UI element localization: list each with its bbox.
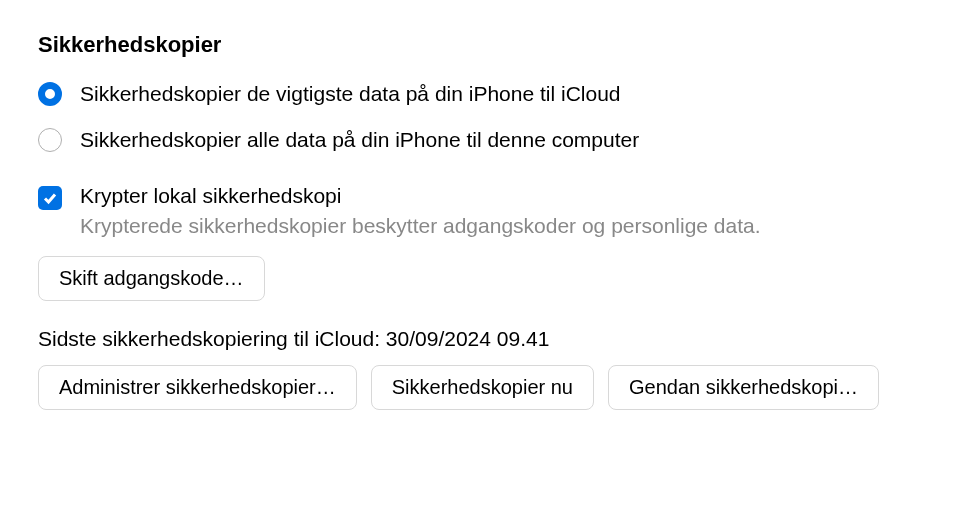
encrypt-content: Krypter lokal sikkerhedskopi Krypterede … [80, 184, 761, 238]
radio-local-backup[interactable]: Sikkerhedskopier alle data på din iPhone… [38, 128, 941, 152]
last-backup-status: Sidste sikkerhedskopiering til iCloud: 3… [38, 327, 941, 351]
encrypt-backup-checkbox[interactable]: Krypter lokal sikkerhedskopi Krypterede … [38, 184, 941, 238]
backup-now-button[interactable]: Sikkerhedskopier nu [371, 365, 594, 410]
radio-icon-selected [38, 82, 62, 106]
radio-icloud-backup[interactable]: Sikkerhedskopier de vigtigste data på di… [38, 82, 941, 106]
backup-destination-radio-group: Sikkerhedskopier de vigtigste data på di… [38, 82, 941, 152]
backup-actions-row: Administrer sikkerhedskopier… Sikkerheds… [38, 365, 941, 410]
backups-section: Sikkerhedskopier Sikkerhedskopier de vig… [38, 32, 941, 410]
change-password-button[interactable]: Skift adgangskode… [38, 256, 265, 301]
password-button-row: Skift adgangskode… [38, 256, 941, 301]
radio-icloud-label: Sikkerhedskopier de vigtigste data på di… [80, 82, 621, 106]
restore-backup-button[interactable]: Gendan sikkerhedskopi… [608, 365, 879, 410]
manage-backups-button[interactable]: Administrer sikkerhedskopier… [38, 365, 357, 410]
radio-local-label: Sikkerhedskopier alle data på din iPhone… [80, 128, 639, 152]
encrypt-description: Krypterede sikkerhedskopier beskytter ad… [80, 214, 761, 238]
encrypt-label: Krypter lokal sikkerhedskopi [80, 184, 761, 208]
section-title: Sikkerhedskopier [38, 32, 941, 58]
radio-icon-unselected [38, 128, 62, 152]
checkbox-checked-icon [38, 186, 62, 210]
